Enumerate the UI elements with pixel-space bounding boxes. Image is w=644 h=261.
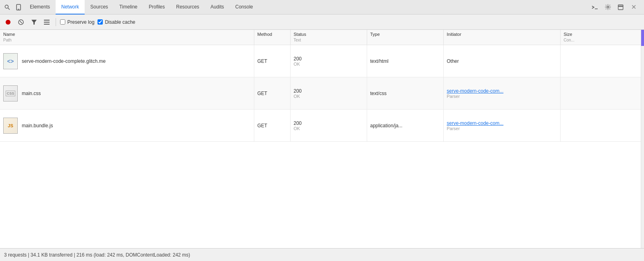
svg-rect-3 bbox=[18, 9, 19, 10]
search-icon-btn[interactable] bbox=[2, 2, 13, 13]
file-name-cell[interactable]: <> serve-modern-code-complete.glitch.me bbox=[0, 45, 254, 77]
file-name-cell[interactable]: CSS main.css bbox=[0, 77, 254, 110]
col-header-initiator[interactable]: Initiator bbox=[443, 30, 560, 45]
file-icon-html: <> bbox=[3, 53, 18, 69]
tab-timeline[interactable]: Timeline bbox=[114, 0, 143, 14]
preserve-log-checkbox[interactable] bbox=[60, 19, 65, 25]
svg-rect-12 bbox=[44, 20, 50, 21]
table-header-row: Name Path Method Status Text Type Initia bbox=[0, 30, 644, 45]
status-cell: 200 OK bbox=[290, 110, 367, 142]
col-header-name[interactable]: Name Path bbox=[0, 30, 254, 45]
size-cell bbox=[560, 77, 644, 110]
preserve-log-label[interactable]: Preserve log bbox=[60, 19, 94, 25]
file-icon-css: CSS bbox=[3, 85, 18, 102]
svg-rect-13 bbox=[44, 22, 50, 23]
record-button[interactable] bbox=[3, 17, 13, 27]
settings-icon[interactable] bbox=[602, 2, 613, 13]
col-header-method[interactable]: Method bbox=[254, 30, 290, 45]
tab-audits[interactable]: Audits bbox=[205, 0, 229, 14]
svg-line-10 bbox=[20, 21, 22, 23]
disable-cache-label[interactable]: Disable cache bbox=[98, 19, 135, 25]
file-icon-js: JS bbox=[3, 118, 18, 134]
filter-button[interactable] bbox=[29, 17, 39, 27]
console-prompt-icon[interactable] bbox=[589, 2, 600, 13]
undock-icon[interactable] bbox=[615, 2, 626, 13]
file-name-cell[interactable]: JS main.bundle.js bbox=[0, 110, 254, 142]
clear-button[interactable] bbox=[16, 17, 26, 27]
disable-cache-checkbox[interactable] bbox=[98, 19, 103, 25]
tab-elements[interactable]: Elements bbox=[24, 0, 56, 14]
col-header-status[interactable]: Status Text bbox=[290, 30, 367, 45]
top-nav: Elements Network Sources Timeline Profil… bbox=[0, 0, 644, 14]
tab-profiles[interactable]: Profiles bbox=[143, 0, 170, 14]
type-cell: application/ja... bbox=[367, 110, 443, 142]
method-cell: GET bbox=[254, 45, 290, 77]
status-cell: 200 OK bbox=[290, 45, 367, 77]
svg-rect-7 bbox=[618, 5, 623, 6]
type-cell: text/html bbox=[367, 45, 443, 77]
svg-line-1 bbox=[8, 8, 10, 10]
network-table: Name Path Method Status Text Type Initia bbox=[0, 30, 644, 142]
col-header-size[interactable]: Size Con... bbox=[560, 30, 644, 45]
table-container: Name Path Method Status Text Type Initia bbox=[0, 30, 644, 248]
tab-resources[interactable]: Resources bbox=[170, 0, 205, 14]
size-cell bbox=[560, 110, 644, 142]
main-content: Name Path Method Status Text Type Initia bbox=[0, 30, 644, 248]
list-view-button[interactable] bbox=[42, 17, 52, 27]
status-cell: 200 OK bbox=[290, 77, 367, 110]
scrollbar[interactable] bbox=[641, 30, 644, 248]
tab-console[interactable]: Console bbox=[230, 0, 259, 14]
table-row[interactable]: JS main.bundle.js GET 200 OK bbox=[0, 110, 644, 142]
toolbar-divider bbox=[56, 18, 56, 26]
table-row[interactable]: <> serve-modern-code-complete.glitch.me … bbox=[0, 45, 644, 77]
svg-rect-14 bbox=[44, 24, 50, 25]
type-cell: text/css bbox=[367, 77, 443, 110]
svg-point-5 bbox=[607, 6, 609, 8]
svg-point-8 bbox=[6, 20, 10, 25]
tab-network[interactable]: Network bbox=[56, 0, 85, 14]
svg-marker-11 bbox=[31, 20, 37, 25]
initiator-cell: serve-modern-code-com... Parser bbox=[443, 77, 560, 110]
tab-sources[interactable]: Sources bbox=[85, 0, 114, 14]
initiator-cell: Other bbox=[443, 45, 560, 77]
initiator-cell: serve-modern-code-com... Parser bbox=[443, 110, 560, 142]
svg-point-0 bbox=[5, 5, 8, 8]
table-row[interactable]: CSS main.css GET 200 OK tex bbox=[0, 77, 644, 110]
toolbar: Preserve log Disable cache bbox=[0, 14, 644, 30]
method-cell: GET bbox=[254, 110, 290, 142]
col-header-type[interactable]: Type bbox=[367, 30, 443, 45]
close-icon[interactable]: ✕ bbox=[628, 2, 639, 13]
size-cell bbox=[560, 45, 644, 77]
status-bar: 3 requests | 34.1 KB transferred | 216 m… bbox=[0, 248, 644, 261]
method-cell: GET bbox=[254, 77, 290, 110]
device-icon-btn[interactable] bbox=[13, 2, 24, 13]
scroll-thumb[interactable] bbox=[641, 30, 644, 46]
